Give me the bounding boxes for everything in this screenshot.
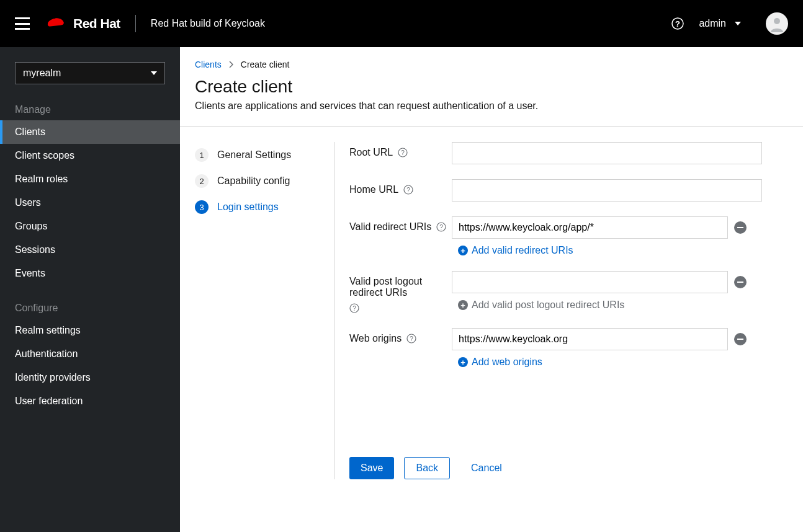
- help-icon[interactable]: ?: [403, 185, 413, 195]
- help-icon[interactable]: ?: [349, 303, 359, 313]
- svg-rect-16: [737, 339, 743, 340]
- avatar[interactable]: [766, 12, 788, 35]
- redhat-icon: [45, 15, 67, 32]
- valid-redirect-uris-label: Valid redirect URIs: [349, 221, 431, 233]
- caret-down-icon: [151, 71, 157, 75]
- product-name: Red Hat build of Keycloak: [151, 18, 265, 29]
- plus-circle-icon: +: [458, 246, 468, 255]
- step-number: 3: [195, 200, 209, 214]
- home-url-input[interactable]: [452, 179, 762, 202]
- realm-selected-value: myrealm: [23, 68, 61, 79]
- web-origins-label: Web origins: [349, 333, 402, 344]
- help-icon[interactable]: ?: [398, 148, 408, 157]
- svg-text:?: ?: [675, 19, 680, 29]
- chevron-right-icon: [229, 61, 233, 68]
- help-button[interactable]: ?: [671, 17, 684, 30]
- step-label: General Settings: [217, 149, 291, 161]
- form-area: Root URL ? Home URL ?: [334, 142, 788, 479]
- sidebar-item-client-scopes[interactable]: Client scopes: [0, 144, 180, 167]
- page-subtitle: Clients are applications and services th…: [195, 100, 788, 112]
- user-name: admin: [699, 18, 726, 29]
- breadcrumb-current: Create client: [241, 60, 290, 69]
- plus-circle-icon: +: [458, 357, 468, 367]
- wizard-step-capability-config[interactable]: 2 Capability config: [195, 168, 324, 194]
- help-icon: ?: [671, 17, 684, 30]
- svg-text:?: ?: [410, 335, 413, 342]
- breadcrumb-parent-link[interactable]: Clients: [195, 60, 222, 69]
- web-origins-input[interactable]: [452, 328, 728, 350]
- header-divider: [135, 15, 136, 32]
- add-valid-redirect-uris-button[interactable]: + Add valid redirect URIs: [452, 245, 762, 256]
- user-icon: [768, 15, 786, 32]
- step-number: 2: [195, 174, 209, 188]
- sidebar: myrealm Manage Clients Client scopes Rea…: [0, 47, 180, 532]
- add-link-label: Add valid post logout redirect URIs: [472, 299, 624, 311]
- remove-web-origin-button[interactable]: [734, 333, 747, 345]
- valid-post-logout-label: Valid post logout redirect URIs: [349, 276, 452, 298]
- remove-post-logout-uri-button[interactable]: [734, 276, 747, 288]
- help-icon[interactable]: ?: [406, 334, 416, 344]
- page-title: Create client: [195, 77, 788, 97]
- plus-circle-icon: +: [458, 300, 468, 310]
- sidebar-item-groups[interactable]: Groups: [0, 215, 180, 238]
- menu-toggle-button[interactable]: [15, 17, 30, 30]
- add-web-origins-button[interactable]: + Add web origins: [452, 357, 762, 368]
- valid-redirect-uri-input[interactable]: [452, 216, 728, 239]
- remove-redirect-uri-button[interactable]: [734, 221, 747, 234]
- home-url-label: Home URL: [349, 184, 398, 195]
- sidebar-item-clients[interactable]: Clients: [0, 120, 180, 144]
- sidebar-section-configure: Configure: [0, 298, 180, 319]
- wizard-step-login-settings[interactable]: 3 Login settings: [195, 194, 324, 220]
- brand-text: Red Hat: [73, 16, 120, 31]
- brand-logo[interactable]: Red Hat: [45, 15, 120, 32]
- svg-text:?: ?: [401, 149, 405, 156]
- svg-rect-10: [737, 227, 743, 228]
- main-content: Clients Create client Create client Clie…: [180, 47, 803, 532]
- sidebar-item-identity-providers[interactable]: Identity providers: [0, 366, 180, 389]
- minus-icon: [737, 339, 743, 340]
- add-valid-post-logout-uris-button[interactable]: + Add valid post logout redirect URIs: [452, 299, 762, 311]
- sidebar-item-sessions[interactable]: Sessions: [0, 238, 180, 262]
- root-url-input[interactable]: [452, 142, 762, 164]
- sidebar-item-events[interactable]: Events: [0, 262, 180, 285]
- sidebar-item-users[interactable]: Users: [0, 191, 180, 215]
- sidebar-item-authentication[interactable]: Authentication: [0, 342, 180, 366]
- minus-icon: [737, 227, 743, 228]
- caret-down-icon: [735, 22, 741, 25]
- step-number: 1: [195, 148, 209, 162]
- svg-rect-13: [737, 282, 743, 283]
- svg-text:?: ?: [406, 187, 410, 193]
- user-menu[interactable]: admin: [699, 18, 741, 29]
- breadcrumb: Clients Create client: [180, 47, 803, 77]
- step-label: Login settings: [217, 202, 279, 213]
- realm-selector[interactable]: myrealm: [15, 62, 165, 84]
- sidebar-item-user-federation[interactable]: User federation: [0, 389, 180, 413]
- cancel-button[interactable]: Cancel: [460, 457, 513, 479]
- sidebar-section-manage: Manage: [0, 99, 180, 120]
- sidebar-item-realm-settings[interactable]: Realm settings: [0, 319, 180, 342]
- root-url-label: Root URL: [349, 147, 393, 158]
- save-button[interactable]: Save: [349, 457, 394, 479]
- help-icon[interactable]: ?: [436, 222, 446, 232]
- sidebar-item-realm-roles[interactable]: Realm roles: [0, 167, 180, 191]
- wizard-nav: 1 General Settings 2 Capability config 3…: [195, 142, 334, 479]
- step-label: Capability config: [217, 175, 290, 187]
- svg-text:?: ?: [439, 224, 443, 231]
- add-link-label: Add valid redirect URIs: [472, 245, 573, 256]
- add-link-label: Add web origins: [472, 357, 542, 368]
- app-header: Red Hat Red Hat build of Keycloak ? admi…: [0, 0, 803, 47]
- svg-point-3: [774, 18, 780, 24]
- valid-post-logout-input[interactable]: [452, 271, 728, 293]
- back-button[interactable]: Back: [404, 457, 450, 479]
- wizard-step-general-settings[interactable]: 1 General Settings: [195, 142, 324, 168]
- minus-icon: [737, 282, 743, 283]
- svg-text:?: ?: [352, 305, 356, 312]
